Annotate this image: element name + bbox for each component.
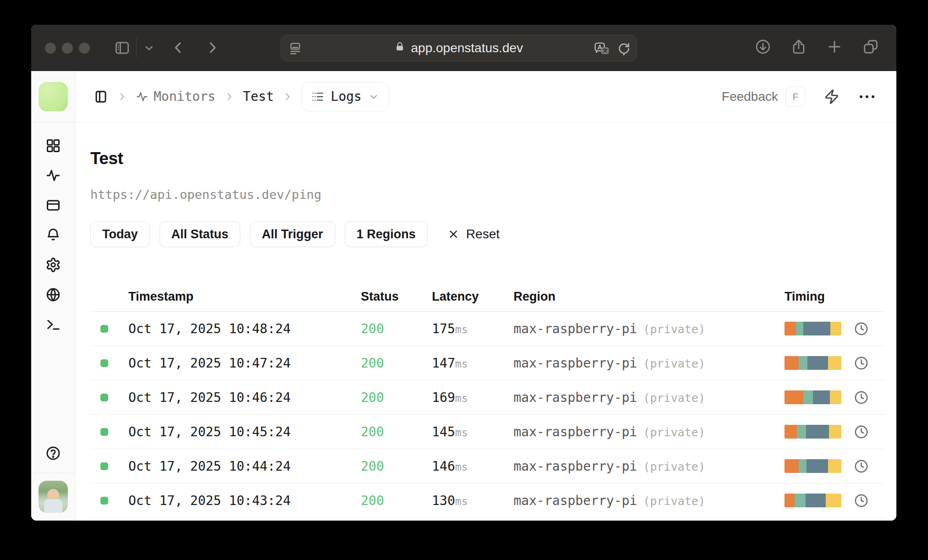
translate-icon[interactable]: A — [593, 41, 611, 58]
clock-icon[interactable] — [854, 321, 869, 336]
dashboard-icon[interactable] — [45, 138, 61, 155]
feedback-button[interactable]: Feedback F — [722, 87, 806, 107]
log-latency-unit: ms — [455, 495, 468, 507]
column-header-region[interactable]: Region — [514, 290, 784, 304]
column-header-latency[interactable]: Latency — [432, 290, 514, 304]
clock-icon[interactable] — [854, 390, 869, 405]
panel-toggle-icon[interactable] — [94, 89, 108, 104]
logs-icon — [311, 90, 324, 103]
log-row[interactable]: Oct 17, 2025 10:45:24 200 145 ms max-ras… — [90, 415, 885, 449]
notifications-icon[interactable] — [45, 227, 61, 245]
filter-regions-button[interactable]: 1 Regions — [345, 221, 428, 247]
log-row[interactable]: Oct 17, 2025 10:43:24 200 130 ms max-ras… — [90, 483, 885, 518]
command-menu-icon[interactable] — [824, 89, 840, 104]
lock-icon — [394, 41, 405, 55]
tab-overview-icon[interactable] — [862, 38, 879, 57]
more-options-icon[interactable] — [860, 95, 874, 98]
share-icon[interactable] — [790, 38, 807, 57]
close-icon — [447, 228, 459, 240]
column-header-status[interactable]: Status — [361, 290, 432, 304]
back-button[interactable] — [171, 40, 186, 55]
timing-bar — [784, 356, 841, 370]
reload-icon[interactable] — [617, 42, 631, 57]
log-region-visibility: (private) — [643, 494, 705, 508]
status-pages-icon[interactable] — [45, 198, 61, 215]
log-latency-unit: ms — [455, 461, 468, 473]
zoom-window-button[interactable] — [79, 43, 90, 54]
timing-bar — [784, 390, 841, 404]
breadcrumb-monitor-name[interactable]: Test — [243, 89, 274, 104]
close-window-button[interactable] — [45, 43, 56, 54]
workspace-avatar[interactable] — [39, 82, 68, 111]
settings-icon[interactable] — [45, 257, 61, 275]
log-status-code: 200 — [361, 356, 432, 371]
log-region-visibility: (private) — [643, 460, 705, 473]
terminal-icon[interactable] — [45, 317, 61, 334]
address-bar[interactable]: app.openstatus.dev A — [281, 35, 637, 61]
reset-filters-button[interactable]: Reset — [447, 227, 500, 242]
log-timestamp: Oct 17, 2025 10:43:24 — [128, 493, 361, 508]
sidebar-toggle-icon[interactable] — [114, 39, 131, 56]
user-avatar[interactable] — [39, 481, 68, 513]
logs-view-dropdown[interactable]: Logs — [301, 82, 389, 111]
log-region: max-raspberry-pi — [514, 390, 637, 405]
forward-button[interactable] — [204, 40, 220, 55]
monitors-icon[interactable] — [45, 168, 61, 185]
logs-label: Logs — [331, 89, 361, 104]
log-region-visibility: (private) — [643, 391, 705, 405]
log-row[interactable]: Oct 17, 2025 10:44:24 200 146 ms max-ras… — [90, 449, 885, 483]
new-tab-icon[interactable] — [826, 38, 843, 57]
downloads-icon[interactable] — [755, 38, 771, 57]
filter-date-button[interactable]: Today — [90, 221, 150, 247]
help-icon[interactable] — [45, 445, 61, 463]
column-header-timestamp[interactable]: Timestamp — [128, 290, 361, 304]
filter-bar: Today All Status All Trigger 1 Regions R… — [90, 221, 885, 247]
tab-group-chevron-icon[interactable] — [143, 42, 155, 54]
status-dot — [100, 325, 108, 333]
clock-icon[interactable] — [854, 356, 869, 371]
log-latency-value: 146 — [432, 459, 455, 474]
browser-window: app.openstatus.dev A — [31, 25, 896, 521]
log-region: max-raspberry-pi — [514, 356, 637, 371]
chevron-down-icon — [368, 91, 379, 102]
log-region: max-raspberry-pi — [514, 493, 637, 508]
log-latency-value: 169 — [432, 390, 455, 405]
globe-icon[interactable] — [45, 287, 61, 304]
clock-icon[interactable] — [854, 493, 869, 508]
clock-icon[interactable] — [854, 424, 869, 439]
toolbar-divider — [136, 38, 137, 57]
sidebar-divider — [31, 473, 75, 473]
timing-bar — [784, 459, 841, 473]
status-dot — [100, 428, 108, 436]
reader-icon[interactable] — [288, 42, 302, 57]
filter-trigger-button[interactable]: All Trigger — [250, 221, 335, 247]
clock-icon[interactable] — [854, 459, 869, 474]
page-header: Monitors Test Logs — [75, 71, 896, 122]
timing-bar — [784, 322, 841, 335]
log-row[interactable]: Oct 17, 2025 10:46:24 200 169 ms max-ras… — [90, 380, 885, 415]
log-timestamp: Oct 17, 2025 10:48:24 — [128, 321, 361, 336]
feedback-shortcut-badge: F — [785, 87, 806, 107]
log-status-code: 200 — [361, 459, 432, 474]
log-timestamp: Oct 17, 2025 10:45:24 — [128, 424, 361, 439]
logs-table: Timestamp Status Latency Region Timing O… — [90, 282, 885, 518]
column-header-timing[interactable]: Timing — [784, 290, 885, 304]
log-region: max-raspberry-pi — [514, 321, 637, 336]
log-latency-unit: ms — [455, 427, 468, 439]
breadcrumb-monitors[interactable]: Monitors — [136, 89, 215, 104]
url-text: app.openstatus.dev — [411, 41, 523, 55]
window-controls — [45, 43, 90, 54]
minimize-window-button[interactable] — [62, 43, 73, 54]
table-header-row: Timestamp Status Latency Region Timing — [90, 282, 885, 312]
status-dot — [100, 394, 108, 401]
log-row[interactable]: Oct 17, 2025 10:47:24 200 147 ms max-ras… — [90, 346, 885, 380]
filter-status-button[interactable]: All Status — [160, 221, 241, 247]
log-region-visibility: (private) — [643, 357, 705, 370]
log-status-code: 200 — [361, 390, 432, 405]
log-latency-unit: ms — [455, 358, 468, 370]
log-row[interactable]: Oct 17, 2025 10:48:24 200 175 ms max-ras… — [90, 312, 885, 346]
breadcrumb: Monitors Test Logs — [94, 82, 389, 111]
chevron-right-icon — [117, 92, 127, 102]
log-region: max-raspberry-pi — [514, 459, 637, 474]
table-body: Oct 17, 2025 10:48:24 200 175 ms max-ras… — [90, 312, 885, 518]
